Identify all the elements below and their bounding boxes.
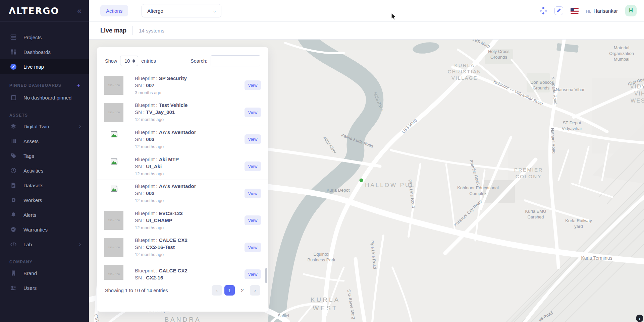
sidebar-item-activities[interactable]: Activities	[0, 163, 89, 178]
sidebar-item-label: Activities	[23, 168, 43, 174]
thumbnail-placeholder: 150 x 150	[104, 211, 123, 230]
page-2-button[interactable]: 2	[237, 285, 248, 296]
sidebar-item-label: Users	[23, 285, 37, 291]
serial-number: 003	[146, 136, 154, 142]
bell-icon	[10, 211, 17, 218]
topbar: Actions Altergo ⌄ Hi, Harisankar H	[89, 0, 644, 22]
username: Harisankar	[593, 8, 618, 14]
serial-number: UI_Aki	[146, 164, 162, 169]
list-controls: Show 10 entries Search:	[97, 47, 268, 72]
sidebar-item-label: Brand	[23, 270, 37, 276]
list-footer: Showing 1 to 10 of 14 entries ‹ 1 2 ›	[97, 280, 268, 296]
sidebar-item-lab[interactable]: Lab ›	[0, 237, 89, 252]
server-icon	[10, 34, 17, 41]
row-age: 12 months ago	[135, 197, 196, 204]
tag-icon	[10, 152, 17, 159]
view-button[interactable]: View	[245, 269, 261, 279]
search-label: Search:	[191, 58, 207, 64]
sidebar: ΛLTERGO « Projects Dashboards Live map	[0, 0, 89, 322]
chevron-right-icon: ›	[79, 241, 81, 247]
page-header: Live map 14 systems	[89, 22, 644, 40]
view-button[interactable]: View	[245, 162, 261, 171]
blueprint-row: 150 x 150 Blueprint : Test Vehicle SN : …	[97, 99, 268, 126]
workspace-select-value: Altergo	[147, 8, 163, 14]
entries-summary: Showing 1 to 10 of 14 entries	[105, 288, 168, 293]
sidebar-item-users[interactable]: Users	[0, 280, 89, 295]
entries-label: entries	[141, 58, 156, 64]
sidebar-nav: Projects Dashboards Live map PINNED DASH…	[0, 22, 89, 295]
view-button[interactable]: View	[245, 134, 261, 144]
blueprint-name: AA's Aventador	[159, 129, 196, 135]
actions-button[interactable]: Actions	[100, 5, 128, 16]
view-button[interactable]: View	[245, 80, 261, 90]
altergo-logo: ΛLTERGO	[9, 6, 59, 16]
sidebar-item-label: Datasets	[23, 183, 43, 188]
page-size-select[interactable]: 10	[120, 56, 138, 66]
sidebar-item-label: Workers	[23, 197, 42, 203]
sidebar-item-label: Tags	[23, 153, 34, 159]
sidebar-item-brand[interactable]: Brand	[0, 266, 89, 280]
page-size-group: Show 10 entries	[105, 56, 156, 66]
logo-row: ΛLTERGO «	[0, 0, 89, 22]
blueprint-row: 150 x 150 Blueprint : EVCS-123 SN : UI_C…	[97, 207, 268, 234]
history-clock-icon	[10, 167, 17, 174]
sidebar-item-label: Live map	[23, 64, 44, 70]
row-age: 12 months ago	[135, 143, 196, 150]
serial-number: TV_Jay_001	[146, 109, 175, 115]
sidebar-item-label: No dashboard pinned	[23, 95, 71, 101]
next-page-button[interactable]: ›	[250, 285, 260, 296]
sidebar-item-tags[interactable]: Tags	[0, 148, 89, 163]
sidebar-item-workers[interactable]: Workers	[0, 193, 89, 207]
blueprint-row: 150 x 150 Blueprint : SP Security SN : 0…	[97, 72, 268, 99]
blueprint-name: SP Security	[159, 75, 187, 81]
map-canvas[interactable]: LBS Marg Holy Cross Grounds Material Org…	[89, 40, 644, 322]
sidebar-item-alerts[interactable]: Alerts	[0, 207, 89, 222]
view-button[interactable]: View	[245, 108, 261, 117]
system-map-marker[interactable]	[360, 179, 363, 182]
us-flag-icon[interactable]	[571, 8, 579, 14]
page-1-button[interactable]: 1	[224, 285, 235, 296]
search-group: Search:	[191, 55, 260, 66]
shield-check-icon	[10, 226, 17, 233]
apps-dots-icon[interactable]	[540, 7, 547, 14]
prev-page-button[interactable]: ‹	[212, 285, 222, 296]
scrollbar-thumb[interactable]	[265, 268, 267, 283]
blueprint-row: Blueprint : AA's Aventador SN : 003 12 m…	[97, 126, 268, 153]
serial-number: 002	[146, 190, 154, 196]
thumbnail-placeholder: 150 x 150	[104, 103, 123, 122]
map-attribution-icon[interactable]: i	[636, 315, 643, 322]
list-scrollbar	[265, 75, 267, 283]
view-button[interactable]: View	[245, 189, 261, 198]
sidebar-item-datasets[interactable]: Datasets	[0, 178, 89, 193]
section-pinned-dashboards: PINNED DASHBOARDS +	[9, 82, 81, 89]
code-icon	[10, 241, 17, 248]
edit-icon[interactable]	[554, 6, 563, 15]
search-input[interactable]	[211, 55, 260, 66]
compass-icon	[10, 63, 17, 70]
avatar[interactable]: H	[625, 5, 637, 16]
view-button[interactable]: View	[245, 243, 261, 252]
sidebar-item-warranties[interactable]: Warranties	[0, 222, 89, 237]
sidebar-item-projects[interactable]: Projects	[0, 30, 89, 45]
sidebar-item-dashboards[interactable]: Dashboards	[0, 45, 89, 59]
view-button[interactable]: View	[245, 215, 261, 225]
divider	[132, 26, 133, 35]
sidebar-collapse-icon[interactable]: «	[77, 7, 82, 15]
serial-number: CX2-16	[146, 275, 163, 280]
workspace-select[interactable]: Altergo ⌄	[142, 4, 221, 17]
thumbnail-placeholder: 150 x 150	[104, 238, 123, 257]
barcode-icon	[10, 138, 17, 144]
sidebar-item-label: Lab	[23, 242, 32, 247]
sidebar-item-live-map[interactable]: Live map	[0, 59, 89, 74]
sidebar-item-assets[interactable]: Assets	[0, 134, 89, 148]
blueprint-row: 150 x 150 Blueprint : CALCE CX2 SN : CX2…	[97, 234, 268, 261]
blueprint-name: CALCE CX2	[159, 268, 187, 273]
thumbnail-placeholder: 150 x 150	[104, 76, 123, 95]
checkbox-icon	[10, 94, 17, 101]
row-age: 12 months ago	[135, 224, 183, 231]
blueprint-list: 150 x 150 Blueprint : SP Security SN : 0…	[97, 72, 268, 280]
section-assets: ASSETS	[9, 113, 81, 118]
add-pinned-dashboard-icon[interactable]: +	[76, 82, 81, 89]
sort-arrows-icon	[132, 59, 135, 63]
sidebar-item-digital-twin[interactable]: Digital Twin ›	[0, 119, 89, 134]
